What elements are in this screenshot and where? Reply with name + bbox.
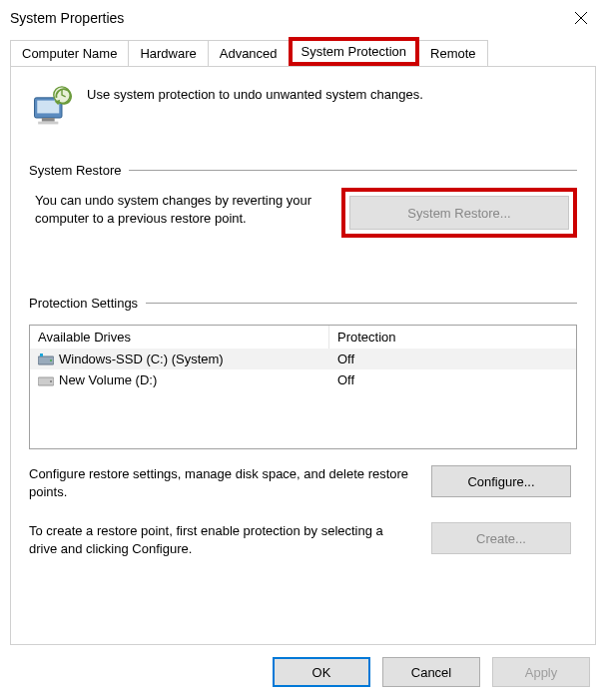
svg-point-12 [50, 380, 52, 382]
configure-description: Configure restore settings, manage disk … [29, 465, 411, 500]
ok-button[interactable]: OK [273, 657, 370, 687]
create-description: To create a restore point, first enable … [29, 522, 411, 557]
svg-point-10 [50, 359, 52, 361]
protection-settings-group-label: Protection Settings [29, 296, 577, 311]
drive-name: Windows-SSD (C:) (System) [59, 351, 224, 366]
restore-row: You can undo system changes by reverting… [29, 192, 577, 238]
system-restore-icon [29, 85, 73, 129]
system-restore-group-label: System Restore [29, 163, 577, 178]
close-icon [574, 11, 588, 25]
tab-system-protection[interactable]: System Protection [289, 37, 420, 66]
configure-button[interactable]: Configure... [431, 465, 571, 497]
close-button[interactable] [568, 5, 594, 31]
create-row: To create a restore point, first enable … [29, 522, 577, 557]
restore-description: You can undo system changes by reverting… [35, 192, 329, 227]
svg-rect-4 [42, 118, 55, 122]
tab-advanced[interactable]: Advanced [208, 40, 290, 66]
system-properties-dialog: System Properties Computer Name Hardware… [0, 0, 606, 700]
drive-icon [38, 353, 54, 365]
column-header-drives[interactable]: Available Drives [30, 326, 329, 349]
column-header-protection[interactable]: Protection [329, 326, 576, 349]
titlebar: System Properties [0, 0, 606, 36]
system-restore-title: System Restore [29, 163, 121, 178]
svg-rect-5 [38, 122, 58, 125]
create-button[interactable]: Create... [431, 522, 571, 554]
divider [146, 303, 577, 304]
intro-text: Use system protection to undo unwanted s… [87, 85, 423, 102]
tab-remote[interactable]: Remote [418, 40, 488, 66]
tab-hardware[interactable]: Hardware [128, 40, 208, 66]
table-row[interactable]: New Volume (D:) Off [30, 369, 576, 390]
window-title: System Properties [10, 10, 124, 26]
drives-body: Windows-SSD (C:) (System) Off New Volume… [30, 349, 576, 448]
system-restore-button[interactable]: System Restore... [349, 196, 569, 230]
cancel-button[interactable]: Cancel [382, 657, 480, 687]
intro-row: Use system protection to undo unwanted s… [29, 85, 577, 129]
restore-button-highlight: System Restore... [341, 188, 577, 238]
divider [129, 170, 577, 171]
svg-rect-9 [40, 353, 43, 356]
drives-header: Available Drives Protection [30, 326, 576, 349]
table-row[interactable]: Windows-SSD (C:) (System) Off [30, 349, 576, 369]
drive-name: New Volume (D:) [59, 372, 157, 387]
drive-protection: Off [329, 349, 576, 369]
tab-computer-name[interactable]: Computer Name [10, 40, 129, 66]
protection-settings-title: Protection Settings [29, 296, 138, 311]
drive-icon [38, 374, 54, 386]
tab-panel: Use system protection to undo unwanted s… [10, 66, 596, 645]
drives-table: Available Drives Protection Windows-SSD … [29, 325, 577, 449]
apply-button[interactable]: Apply [492, 657, 590, 687]
drive-protection: Off [329, 369, 576, 390]
tab-strip: Computer Name Hardware Advanced System P… [0, 36, 606, 66]
configure-row: Configure restore settings, manage disk … [29, 465, 577, 500]
dialog-footer: OK Cancel Apply [0, 645, 606, 687]
